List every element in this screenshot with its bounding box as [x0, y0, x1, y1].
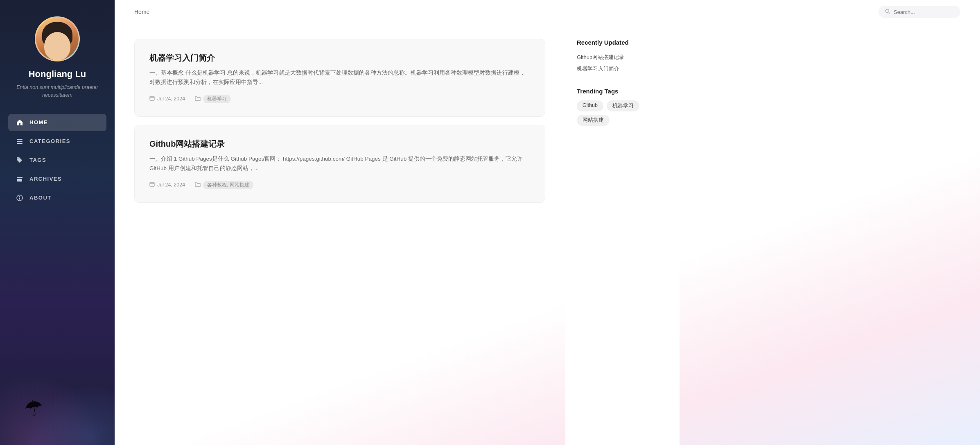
svg-rect-7	[19, 198, 20, 200]
trending-tags-title: Trending Tags	[577, 88, 668, 95]
svg-rect-5	[18, 179, 21, 180]
content-body: 机器学习入门简介 一、基本概念 什么是机器学习 总的来说，机器学习就是大数据时代…	[115, 24, 980, 445]
svg-line-10	[889, 12, 890, 14]
recent-item-1[interactable]: Github网站搭建记录	[577, 52, 668, 63]
post-category-1: 机器学习	[195, 95, 231, 103]
post-date-2: Jul 24, 2024	[149, 182, 185, 188]
breadcrumb: Home	[134, 9, 149, 15]
category-tag-1[interactable]: 机器学习	[203, 95, 231, 103]
svg-rect-15	[150, 182, 154, 186]
search-input[interactable]	[894, 9, 954, 15]
svg-point-8	[19, 196, 20, 197]
about-icon	[16, 195, 24, 201]
nav-label-archives: ARCHIVES	[29, 176, 62, 182]
tag-chips: Github 机器学习 网站搭建	[577, 100, 668, 126]
svg-rect-11	[150, 96, 154, 100]
sidebar-item-tags[interactable]: TAGS	[8, 152, 106, 169]
main-content: Home 机器学习入门简介 一、基本概念 什么是机器学习 总的来说，机器学习就是…	[115, 0, 980, 445]
home-icon	[16, 119, 24, 126]
avatar	[35, 16, 80, 61]
tag-chip-web[interactable]: 网站搭建	[577, 115, 610, 126]
post-meta-1: Jul 24, 2024 机器学习	[149, 95, 530, 103]
svg-rect-0	[17, 139, 23, 140]
posts-area: 机器学习入门简介 一、基本概念 什么是机器学习 总的来说，机器学习就是大数据时代…	[115, 24, 565, 445]
svg-rect-3	[17, 177, 23, 178]
svg-rect-1	[17, 141, 23, 142]
post-card-1[interactable]: 机器学习入门简介 一、基本概念 什么是机器学习 总的来说，机器学习就是大数据时代…	[134, 39, 545, 117]
nav-label-tags: TAGS	[29, 157, 46, 163]
author-tagline: Entia non sunt multiplicanda praeter nec…	[8, 84, 106, 99]
post-excerpt-2: 一、介绍 1 Github Pages是什么 Github Pages官网： h…	[149, 154, 530, 173]
nav-label-about: ABOUT	[29, 195, 52, 201]
recent-item-2[interactable]: 机器学习入门简介	[577, 63, 668, 75]
search-box[interactable]	[878, 6, 960, 18]
left-sidebar: Hongliang Lu Entia non sunt multiplicand…	[0, 0, 115, 445]
tag-chip-github[interactable]: Github	[577, 100, 603, 111]
folder-icon-1	[195, 95, 201, 102]
sidebar-item-archives[interactable]: ARCHIVES	[8, 170, 106, 188]
sidebar-item-about[interactable]: ABOUT	[8, 189, 106, 207]
svg-rect-2	[17, 143, 23, 144]
post-category-2: 各种教程, 网站搭建	[195, 181, 253, 189]
post-date-1: Jul 24, 2024	[149, 95, 185, 102]
post-meta-2: Jul 24, 2024 各种教程, 网站搭建	[149, 181, 530, 189]
folder-icon-2	[195, 182, 201, 188]
calendar-icon-1	[149, 95, 155, 102]
author-name: Hongliang Lu	[29, 69, 86, 79]
categories-icon	[16, 138, 24, 145]
tags-icon	[16, 157, 24, 163]
nav-label-categories: CATEGORIES	[29, 138, 70, 144]
category-tag-2[interactable]: 各种教程, 网站搭建	[203, 181, 253, 189]
recently-updated-title: Recently Updated	[577, 39, 668, 46]
nav-menu: HOME CATEGORIES TAGS	[8, 114, 106, 207]
tag-chip-ml[interactable]: 机器学习	[607, 100, 639, 111]
post-excerpt-1: 一、基本概念 什么是机器学习 总的来说，机器学习就是大数据时代背景下处理数据的各…	[149, 68, 530, 87]
umbrella-decoration: ☂	[23, 394, 46, 422]
trending-tags-section: Trending Tags Github 机器学习 网站搭建	[577, 88, 668, 126]
svg-point-9	[886, 9, 889, 13]
right-sidebar: Recently Updated Github网站搭建记录 机器学习入门简介 T…	[565, 24, 680, 445]
recent-items-list: Github网站搭建记录 机器学习入门简介	[577, 52, 668, 75]
sidebar-item-categories[interactable]: CATEGORIES	[8, 133, 106, 150]
calendar-icon-2	[149, 182, 155, 188]
post-card-2[interactable]: Github网站搭建记录 一、介绍 1 Github Pages是什么 Gith…	[134, 125, 545, 203]
sidebar-item-home[interactable]: HOME	[8, 114, 106, 131]
search-icon	[885, 9, 890, 15]
top-bar: Home	[115, 0, 980, 24]
archives-icon	[16, 176, 24, 182]
nav-label-home: HOME	[29, 119, 48, 125]
post-title-1: 机器学习入门简介	[149, 52, 530, 64]
post-title-2: Github网站搭建记录	[149, 138, 530, 150]
